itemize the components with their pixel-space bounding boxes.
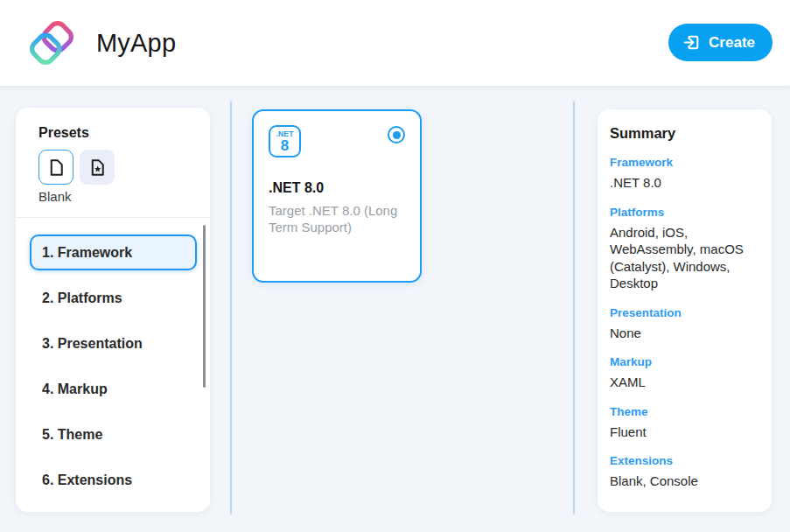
summary-item-theme: Theme Fluent — [610, 405, 756, 441]
summary-value: Blank, Console — [610, 472, 756, 490]
create-button-label: Create — [709, 34, 755, 52]
framework-card-header: .NET 8 — [269, 125, 405, 158]
panel-divider-left — [230, 101, 232, 514]
summary-panel: Summary Framework .NET 8.0 Platforms And… — [598, 109, 772, 512]
summary-value: .NET 8.0 — [610, 174, 756, 192]
summary-label: Platforms — [610, 206, 756, 219]
framework-option-title: .NET 8.0 — [269, 180, 405, 196]
summary-label: Extensions — [610, 454, 756, 467]
wizard-sidebar: Presets Blank 1. Framework 2 — [16, 108, 210, 512]
framework-radio-selected[interactable] — [388, 126, 405, 144]
summary-item-presentation: Presentation None — [610, 306, 756, 342]
selected-preset-label: Blank — [38, 189, 210, 204]
summary-value: Android, iOS, WebAssembly, macOS (Cataly… — [610, 224, 756, 292]
step-extensions[interactable]: 6. Extensions — [30, 462, 197, 498]
panel-divider-right — [573, 101, 575, 514]
app-window: MyApp Create Presets — [0, 0, 790, 532]
app-logo-icon — [24, 16, 79, 70]
summary-label: Framework — [610, 156, 756, 169]
presets-heading: Presets — [38, 125, 210, 141]
enter-arrow-icon — [682, 33, 701, 52]
wizard-steps: 1. Framework 2. Platforms 3. Presentatio… — [30, 234, 197, 498]
sidebar-scrollbar-thumb[interactable] — [203, 225, 206, 388]
summary-item-framework: Framework .NET 8.0 — [610, 156, 756, 192]
preset-blank-button[interactable] — [38, 150, 73, 185]
step-framework[interactable]: 1. Framework — [30, 234, 197, 270]
summary-value: Fluent — [610, 424, 756, 441]
framework-option-description: Target .NET 8.0 (Long Term Support) — [269, 202, 405, 235]
step-theme[interactable]: 5. Theme — [30, 416, 197, 452]
step-platforms[interactable]: 2. Platforms — [30, 280, 197, 316]
header: MyApp Create — [0, 0, 790, 87]
starred-document-icon — [87, 158, 108, 178]
summary-label: Theme — [610, 405, 756, 418]
summary-item-platforms: Platforms Android, iOS, WebAssembly, mac… — [610, 206, 756, 292]
summary-value: None — [610, 325, 756, 342]
preset-options — [38, 150, 210, 185]
blank-document-icon — [46, 158, 66, 178]
summary-heading: Summary — [610, 125, 756, 142]
framework-option-card[interactable]: .NET 8 .NET 8.0 Target .NET 8.0 (Long Te… — [252, 109, 422, 283]
summary-label: Presentation — [610, 306, 756, 319]
sidebar-divider — [16, 217, 210, 218]
summary-item-extensions: Extensions Blank, Console — [610, 454, 756, 490]
radio-dot — [393, 131, 401, 139]
step-presentation[interactable]: 3. Presentation — [30, 326, 197, 361]
preset-recommended-button[interactable] — [80, 150, 115, 185]
dotnet-8-badge-icon: .NET 8 — [269, 125, 301, 158]
summary-value: XAML — [610, 374, 756, 391]
badge-text-8: 8 — [281, 138, 289, 153]
main-content: Presets Blank 1. Framework 2 — [0, 87, 790, 532]
summary-item-markup: Markup XAML — [610, 355, 756, 391]
create-button[interactable]: Create — [668, 24, 773, 61]
summary-label: Markup — [610, 355, 756, 368]
page-title: MyApp — [96, 29, 176, 58]
step-markup[interactable]: 4. Markup — [30, 371, 197, 407]
